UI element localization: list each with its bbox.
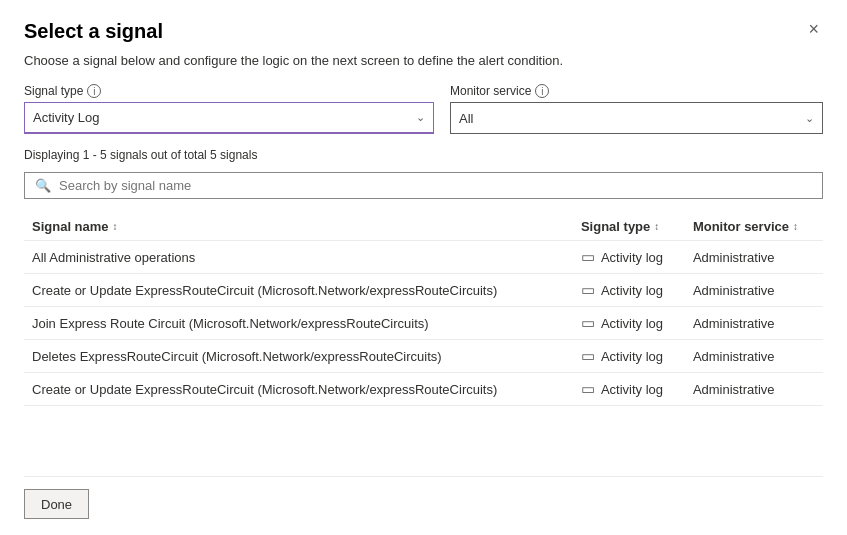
table-body: All Administrative operations▭Activity l… — [24, 241, 823, 406]
monitor-service-cell: Administrative — [685, 307, 823, 340]
col-monitor-service: Monitor service ↕ — [685, 213, 823, 241]
table-row: Create or Update ExpressRouteCircuit (Mi… — [24, 373, 823, 406]
sort-icon[interactable]: ↕ — [654, 221, 659, 232]
monitor-service-group: Monitor service i All ⌄ — [450, 84, 823, 134]
dialog-footer: Done — [24, 476, 823, 519]
signal-type-cell: ▭Activity log — [573, 274, 685, 307]
select-signal-dialog: Select a signal × Choose a signal below … — [0, 0, 847, 535]
monitor-service-cell: Administrative — [685, 340, 823, 373]
done-button[interactable]: Done — [24, 489, 89, 519]
dialog-title: Select a signal — [24, 20, 163, 43]
signal-type-cell: ▭Activity log — [573, 340, 685, 373]
table-header: Signal name ↕ Signal type ↕ Monitor serv… — [24, 213, 823, 241]
table-row: Create or Update ExpressRouteCircuit (Mi… — [24, 274, 823, 307]
signal-type-cell: ▭Activity log — [573, 373, 685, 406]
activity-log-icon: ▭ — [581, 380, 595, 398]
search-input[interactable] — [59, 178, 812, 193]
count-text: Displaying 1 - 5 signals out of total 5 … — [24, 148, 823, 162]
signal-name-cell[interactable]: Create or Update ExpressRouteCircuit (Mi… — [24, 274, 573, 307]
activity-log-icon: ▭ — [581, 281, 595, 299]
monitor-service-cell: Administrative — [685, 241, 823, 274]
sort-icon[interactable]: ↕ — [113, 221, 118, 232]
monitor-service-select[interactable]: All ⌄ — [450, 102, 823, 134]
dialog-header: Select a signal × — [24, 20, 823, 43]
chevron-down-icon: ⌄ — [416, 111, 425, 124]
search-icon: 🔍 — [35, 178, 51, 193]
chevron-down-icon: ⌄ — [805, 112, 814, 125]
activity-log-icon: ▭ — [581, 248, 595, 266]
signal-name-cell[interactable]: Join Express Route Circuit (Microsoft.Ne… — [24, 307, 573, 340]
table-row: Join Express Route Circuit (Microsoft.Ne… — [24, 307, 823, 340]
monitor-service-cell: Administrative — [685, 373, 823, 406]
activity-log-icon: ▭ — [581, 347, 595, 365]
monitor-service-cell: Administrative — [685, 274, 823, 307]
signal-type-select[interactable]: Activity Log ⌄ — [24, 102, 434, 134]
signal-name-cell[interactable]: Create or Update ExpressRouteCircuit (Mi… — [24, 373, 573, 406]
table-row: All Administrative operations▭Activity l… — [24, 241, 823, 274]
col-signal-name: Signal name ↕ — [24, 213, 573, 241]
signal-name-cell[interactable]: All Administrative operations — [24, 241, 573, 274]
signal-type-group: Signal type i Activity Log ⌄ — [24, 84, 434, 134]
close-button[interactable]: × — [804, 20, 823, 38]
signal-type-cell: ▭Activity log — [573, 241, 685, 274]
search-box: 🔍 — [24, 172, 823, 199]
signal-type-label: Signal type i — [24, 84, 434, 98]
monitor-service-info-icon[interactable]: i — [535, 84, 549, 98]
signal-name-cell[interactable]: Deletes ExpressRouteCircuit (Microsoft.N… — [24, 340, 573, 373]
col-signal-type: Signal type ↕ — [573, 213, 685, 241]
form-row: Signal type i Activity Log ⌄ Monitor ser… — [24, 84, 823, 134]
subtitle: Choose a signal below and configure the … — [24, 53, 823, 68]
activity-log-icon: ▭ — [581, 314, 595, 332]
table-row: Deletes ExpressRouteCircuit (Microsoft.N… — [24, 340, 823, 373]
signals-table: Signal name ↕ Signal type ↕ Monitor serv… — [24, 213, 823, 406]
signal-type-cell: ▭Activity log — [573, 307, 685, 340]
sort-icon[interactable]: ↕ — [793, 221, 798, 232]
signal-type-info-icon[interactable]: i — [87, 84, 101, 98]
monitor-service-label: Monitor service i — [450, 84, 823, 98]
